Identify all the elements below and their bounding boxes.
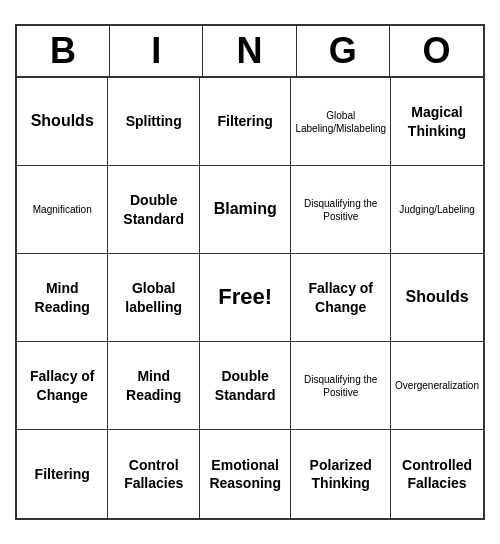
bingo-cell-19: Overgeneralization bbox=[391, 342, 483, 430]
bingo-cell-5: Magnification bbox=[17, 166, 108, 254]
cell-text-1: Splitting bbox=[126, 112, 182, 130]
cell-text-6: Double Standard bbox=[112, 191, 194, 227]
cell-text-10: Mind Reading bbox=[21, 279, 103, 315]
cell-text-17: Double Standard bbox=[204, 367, 286, 403]
cell-text-21: Control Fallacies bbox=[112, 456, 194, 492]
bingo-cell-9: Judging/Labeling bbox=[391, 166, 483, 254]
bingo-cell-0: Shoulds bbox=[17, 78, 108, 166]
bingo-cell-10: Mind Reading bbox=[17, 254, 108, 342]
bingo-header: BINGO bbox=[17, 26, 483, 78]
cell-text-24: Controlled Fallacies bbox=[395, 456, 479, 492]
bingo-letter-g: G bbox=[297, 26, 390, 76]
bingo-cell-2: Filtering bbox=[200, 78, 291, 166]
cell-text-5: Magnification bbox=[33, 203, 92, 216]
cell-text-8: Disqualifying the Positive bbox=[295, 197, 386, 223]
cell-text-0: Shoulds bbox=[31, 111, 94, 132]
bingo-cell-21: Control Fallacies bbox=[108, 430, 199, 518]
cell-text-14: Shoulds bbox=[405, 287, 468, 308]
bingo-cell-11: Global labelling bbox=[108, 254, 199, 342]
bingo-letter-o: O bbox=[390, 26, 483, 76]
bingo-cell-1: Splitting bbox=[108, 78, 199, 166]
cell-text-19: Overgeneralization bbox=[395, 379, 479, 392]
bingo-cell-22: Emotional Reasoning bbox=[200, 430, 291, 518]
bingo-letter-n: N bbox=[203, 26, 296, 76]
bingo-card: BINGO ShouldsSplittingFilteringGlobal La… bbox=[15, 24, 485, 520]
bingo-grid: ShouldsSplittingFilteringGlobal Labeling… bbox=[17, 78, 483, 518]
cell-text-11: Global labelling bbox=[112, 279, 194, 315]
cell-text-7: Blaming bbox=[214, 199, 277, 220]
cell-text-16: Mind Reading bbox=[112, 367, 194, 403]
bingo-cell-3: Global Labeling/Mislabeling bbox=[291, 78, 391, 166]
cell-text-3: Global Labeling/Mislabeling bbox=[295, 109, 386, 135]
bingo-cell-18: Disqualifying the Positive bbox=[291, 342, 391, 430]
cell-text-15: Fallacy of Change bbox=[21, 367, 103, 403]
bingo-cell-15: Fallacy of Change bbox=[17, 342, 108, 430]
cell-text-23: Polarized Thinking bbox=[295, 456, 386, 492]
bingo-cell-8: Disqualifying the Positive bbox=[291, 166, 391, 254]
cell-text-4: Magical Thinking bbox=[395, 103, 479, 139]
bingo-cell-13: Fallacy of Change bbox=[291, 254, 391, 342]
bingo-cell-16: Mind Reading bbox=[108, 342, 199, 430]
cell-text-12: Free! bbox=[218, 283, 272, 312]
bingo-cell-24: Controlled Fallacies bbox=[391, 430, 483, 518]
bingo-cell-4: Magical Thinking bbox=[391, 78, 483, 166]
bingo-cell-23: Polarized Thinking bbox=[291, 430, 391, 518]
bingo-cell-17: Double Standard bbox=[200, 342, 291, 430]
bingo-cell-7: Blaming bbox=[200, 166, 291, 254]
bingo-cell-14: Shoulds bbox=[391, 254, 483, 342]
bingo-cell-12: Free! bbox=[200, 254, 291, 342]
cell-text-2: Filtering bbox=[218, 112, 273, 130]
bingo-cell-6: Double Standard bbox=[108, 166, 199, 254]
cell-text-18: Disqualifying the Positive bbox=[295, 373, 386, 399]
cell-text-9: Judging/Labeling bbox=[399, 203, 475, 216]
cell-text-20: Filtering bbox=[35, 465, 90, 483]
cell-text-13: Fallacy of Change bbox=[295, 279, 386, 315]
cell-text-22: Emotional Reasoning bbox=[204, 456, 286, 492]
bingo-cell-20: Filtering bbox=[17, 430, 108, 518]
bingo-letter-i: I bbox=[110, 26, 203, 76]
bingo-letter-b: B bbox=[17, 26, 110, 76]
